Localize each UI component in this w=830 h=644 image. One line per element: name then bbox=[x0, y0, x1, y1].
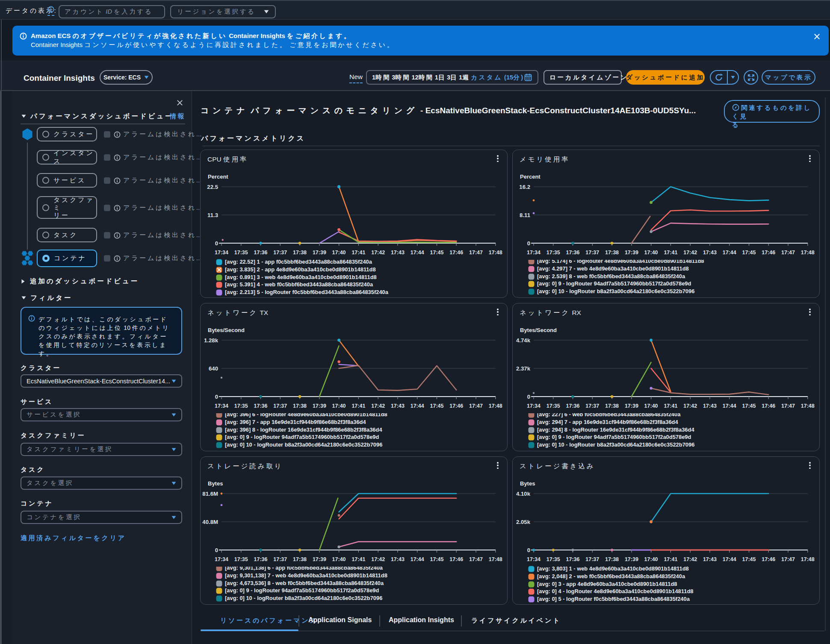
svg-text:17:43: 17:43 bbox=[703, 250, 717, 256]
svg-text:17:36: 17:36 bbox=[566, 403, 580, 409]
svg-text:40.8M: 40.8M bbox=[202, 519, 218, 525]
svg-text:17:47: 17:47 bbox=[469, 250, 483, 256]
svg-text:17:44: 17:44 bbox=[411, 556, 424, 562]
svg-text:17:45: 17:45 bbox=[742, 250, 756, 256]
svg-text:17:48: 17:48 bbox=[801, 403, 815, 409]
svg-text:17:34: 17:34 bbox=[215, 403, 228, 409]
svg-text:0: 0 bbox=[527, 547, 530, 553]
svg-text:17:43: 17:43 bbox=[703, 403, 717, 409]
svg-text:17:34: 17:34 bbox=[527, 403, 541, 409]
svg-text:17:45: 17:45 bbox=[430, 403, 444, 409]
svg-text:22.5: 22.5 bbox=[207, 184, 218, 190]
svg-text:11.3: 11.3 bbox=[207, 212, 218, 218]
svg-text:17:45: 17:45 bbox=[430, 250, 444, 256]
svg-text:17:45: 17:45 bbox=[430, 556, 444, 562]
svg-text:17:37: 17:37 bbox=[273, 250, 287, 256]
svg-text:4.74k: 4.74k bbox=[516, 337, 531, 344]
svg-text:17:44: 17:44 bbox=[723, 250, 736, 256]
svg-text:17:44: 17:44 bbox=[723, 556, 736, 562]
svg-text:17:47: 17:47 bbox=[781, 250, 795, 256]
svg-text:17:48: 17:48 bbox=[801, 556, 815, 562]
svg-text:17:42: 17:42 bbox=[371, 250, 385, 256]
svg-text:640: 640 bbox=[209, 365, 218, 372]
svg-text:17:34: 17:34 bbox=[215, 556, 228, 562]
svg-text:17:39: 17:39 bbox=[625, 403, 638, 409]
svg-text:17:46: 17:46 bbox=[449, 403, 463, 409]
svg-text:17:36: 17:36 bbox=[254, 250, 268, 256]
svg-text:17:44: 17:44 bbox=[723, 403, 736, 409]
svg-text:17:42: 17:42 bbox=[683, 250, 697, 256]
svg-text:17:34: 17:34 bbox=[215, 250, 228, 256]
svg-text:17:35: 17:35 bbox=[234, 556, 248, 562]
svg-text:17:34: 17:34 bbox=[527, 556, 541, 562]
svg-text:17:40: 17:40 bbox=[332, 403, 346, 409]
svg-text:17:38: 17:38 bbox=[605, 403, 619, 409]
svg-text:4.10k: 4.10k bbox=[516, 491, 531, 497]
svg-text:17:48: 17:48 bbox=[489, 556, 502, 562]
svg-text:17:47: 17:47 bbox=[781, 556, 795, 562]
svg-text:17:38: 17:38 bbox=[293, 250, 307, 256]
svg-text:17:39: 17:39 bbox=[313, 403, 326, 409]
svg-text:17:47: 17:47 bbox=[469, 556, 483, 562]
svg-text:16.2: 16.2 bbox=[519, 184, 530, 190]
svg-text:17:40: 17:40 bbox=[332, 250, 346, 256]
svg-text:17:39: 17:39 bbox=[625, 556, 638, 562]
svg-text:0: 0 bbox=[215, 394, 218, 400]
svg-text:17:46: 17:46 bbox=[762, 403, 775, 409]
svg-text:17:34: 17:34 bbox=[527, 250, 541, 256]
svg-text:17:46: 17:46 bbox=[449, 556, 463, 562]
svg-text:17:37: 17:37 bbox=[585, 250, 599, 256]
svg-text:17:37: 17:37 bbox=[585, 403, 599, 409]
svg-text:17:36: 17:36 bbox=[254, 556, 268, 562]
svg-text:1.28k: 1.28k bbox=[204, 337, 219, 344]
svg-text:81.6M: 81.6M bbox=[202, 491, 218, 497]
svg-text:17:46: 17:46 bbox=[449, 250, 463, 256]
svg-text:17:48: 17:48 bbox=[801, 250, 815, 256]
svg-text:17:44: 17:44 bbox=[411, 250, 424, 256]
svg-text:8.11: 8.11 bbox=[520, 212, 530, 218]
svg-text:0: 0 bbox=[215, 240, 218, 247]
svg-text:17:48: 17:48 bbox=[489, 403, 502, 409]
svg-text:17:39: 17:39 bbox=[625, 250, 638, 256]
svg-text:17:45: 17:45 bbox=[742, 403, 756, 409]
svg-text:17:41: 17:41 bbox=[664, 403, 677, 409]
svg-text:17:46: 17:46 bbox=[762, 250, 775, 256]
svg-text:17:41: 17:41 bbox=[664, 250, 677, 256]
svg-text:17:43: 17:43 bbox=[703, 556, 717, 562]
svg-text:2.05k: 2.05k bbox=[516, 519, 531, 525]
svg-text:17:40: 17:40 bbox=[644, 556, 658, 562]
svg-text:17:36: 17:36 bbox=[254, 403, 268, 409]
svg-text:17:39: 17:39 bbox=[313, 250, 326, 256]
svg-text:17:35: 17:35 bbox=[546, 403, 560, 409]
svg-text:17:37: 17:37 bbox=[273, 556, 287, 562]
svg-text:17:48: 17:48 bbox=[489, 250, 502, 256]
svg-text:17:44: 17:44 bbox=[411, 403, 424, 409]
svg-text:17:38: 17:38 bbox=[293, 403, 307, 409]
svg-text:17:39: 17:39 bbox=[313, 556, 326, 562]
svg-text:17:40: 17:40 bbox=[644, 403, 658, 409]
svg-text:17:45: 17:45 bbox=[742, 556, 756, 562]
svg-text:17:35: 17:35 bbox=[546, 250, 560, 256]
svg-text:17:42: 17:42 bbox=[683, 556, 697, 562]
svg-text:17:43: 17:43 bbox=[391, 556, 405, 562]
svg-text:17:42: 17:42 bbox=[371, 403, 385, 409]
svg-text:17:41: 17:41 bbox=[351, 250, 365, 256]
svg-text:17:37: 17:37 bbox=[273, 403, 287, 409]
svg-text:17:38: 17:38 bbox=[605, 556, 619, 562]
svg-text:17:41: 17:41 bbox=[351, 556, 365, 562]
svg-text:17:42: 17:42 bbox=[683, 403, 697, 409]
svg-text:17:47: 17:47 bbox=[469, 403, 483, 409]
svg-text:0: 0 bbox=[215, 547, 218, 553]
svg-text:0: 0 bbox=[527, 394, 530, 400]
svg-text:17:35: 17:35 bbox=[234, 250, 248, 256]
svg-text:17:36: 17:36 bbox=[566, 250, 580, 256]
svg-text:17:41: 17:41 bbox=[664, 556, 677, 562]
svg-text:17:35: 17:35 bbox=[546, 556, 560, 562]
svg-text:17:40: 17:40 bbox=[332, 556, 346, 562]
svg-text:17:47: 17:47 bbox=[781, 403, 795, 409]
svg-text:17:37: 17:37 bbox=[585, 556, 599, 562]
svg-text:17:38: 17:38 bbox=[293, 556, 307, 562]
svg-text:17:36: 17:36 bbox=[566, 556, 580, 562]
svg-text:17:43: 17:43 bbox=[391, 250, 405, 256]
svg-text:17:38: 17:38 bbox=[605, 250, 619, 256]
